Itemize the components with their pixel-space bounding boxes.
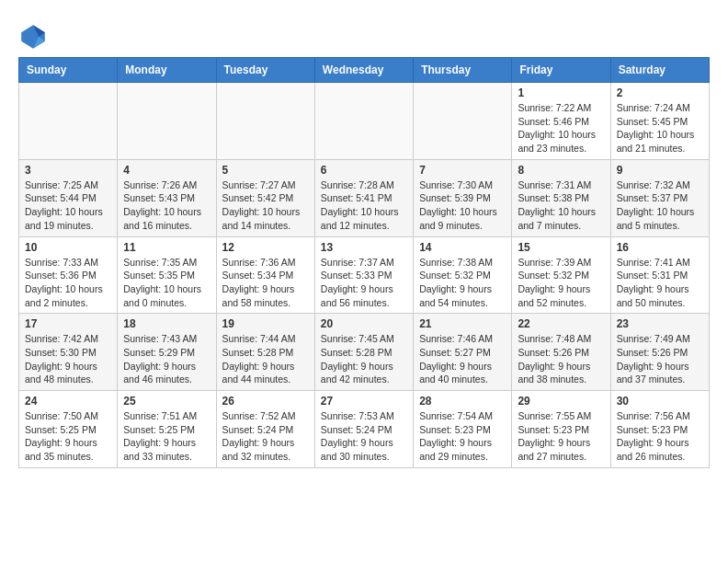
day-number: 5 <box>222 164 309 177</box>
calendar-week-row: 10Sunrise: 7:33 AM Sunset: 5:36 PM Dayli… <box>19 236 710 314</box>
day-number: 21 <box>419 317 506 330</box>
day-number: 25 <box>123 395 210 408</box>
day-number: 6 <box>321 164 407 177</box>
calendar-cell: 27Sunrise: 7:53 AM Sunset: 5:24 PM Dayli… <box>314 391 413 468</box>
calendar-cell: 30Sunrise: 7:56 AM Sunset: 5:23 PM Dayli… <box>610 391 709 468</box>
day-number: 10 <box>25 241 111 254</box>
calendar-cell: 14Sunrise: 7:38 AM Sunset: 5:32 PM Dayli… <box>414 236 512 314</box>
day-info: Sunrise: 7:27 AM Sunset: 5:42 PM Dayligh… <box>222 178 309 233</box>
day-info: Sunrise: 7:22 AM Sunset: 5:46 PM Dayligh… <box>518 101 604 155</box>
day-info: Sunrise: 7:44 AM Sunset: 5:28 PM Dayligh… <box>222 332 309 386</box>
calendar-week-row: 1Sunrise: 7:22 AM Sunset: 5:46 PM Daylig… <box>19 83 710 160</box>
calendar-cell: 7Sunrise: 7:30 AM Sunset: 5:39 PM Daylig… <box>414 159 512 236</box>
calendar-cell <box>118 83 216 160</box>
day-info: Sunrise: 7:26 AM Sunset: 5:43 PM Dayligh… <box>123 178 210 233</box>
calendar-cell: 26Sunrise: 7:52 AM Sunset: 5:24 PM Dayli… <box>216 391 314 468</box>
calendar-cell: 22Sunrise: 7:48 AM Sunset: 5:26 PM Dayli… <box>512 314 610 391</box>
logo <box>18 22 51 52</box>
day-number: 13 <box>321 241 407 254</box>
calendar-cell: 4Sunrise: 7:26 AM Sunset: 5:43 PM Daylig… <box>118 159 216 236</box>
day-info: Sunrise: 7:33 AM Sunset: 5:36 PM Dayligh… <box>25 256 111 310</box>
day-of-week-header: Tuesday <box>216 58 314 83</box>
day-number: 30 <box>617 395 703 408</box>
day-info: Sunrise: 7:48 AM Sunset: 5:26 PM Dayligh… <box>518 332 604 386</box>
day-number: 4 <box>123 164 210 177</box>
day-of-week-header: Wednesday <box>314 58 413 83</box>
day-info: Sunrise: 7:37 AM Sunset: 5:33 PM Dayligh… <box>321 256 407 310</box>
day-of-week-header: Monday <box>118 58 216 83</box>
calendar-cell: 18Sunrise: 7:43 AM Sunset: 5:29 PM Dayli… <box>118 314 216 391</box>
day-number: 16 <box>617 241 703 254</box>
day-info: Sunrise: 7:46 AM Sunset: 5:27 PM Dayligh… <box>419 332 506 386</box>
day-number: 18 <box>123 317 210 330</box>
calendar-cell: 9Sunrise: 7:32 AM Sunset: 5:37 PM Daylig… <box>610 159 709 236</box>
day-number: 17 <box>25 317 111 330</box>
calendar-week-row: 17Sunrise: 7:42 AM Sunset: 5:30 PM Dayli… <box>19 314 710 391</box>
calendar-cell: 3Sunrise: 7:25 AM Sunset: 5:44 PM Daylig… <box>19 159 118 236</box>
calendar-cell: 5Sunrise: 7:27 AM Sunset: 5:42 PM Daylig… <box>216 159 314 236</box>
day-info: Sunrise: 7:42 AM Sunset: 5:30 PM Dayligh… <box>25 332 111 386</box>
calendar-cell: 6Sunrise: 7:28 AM Sunset: 5:41 PM Daylig… <box>314 159 413 236</box>
day-number: 3 <box>25 164 111 177</box>
header <box>18 18 710 52</box>
calendar-cell: 25Sunrise: 7:51 AM Sunset: 5:25 PM Dayli… <box>118 391 216 468</box>
logo-icon <box>18 22 48 52</box>
day-number: 28 <box>419 395 506 408</box>
day-number: 19 <box>222 317 309 330</box>
day-info: Sunrise: 7:39 AM Sunset: 5:32 PM Dayligh… <box>518 256 604 310</box>
day-of-week-header: Friday <box>512 58 610 83</box>
day-number: 12 <box>222 241 309 254</box>
day-of-week-header: Saturday <box>610 58 709 83</box>
day-info: Sunrise: 7:36 AM Sunset: 5:34 PM Dayligh… <box>222 256 309 310</box>
day-info: Sunrise: 7:30 AM Sunset: 5:39 PM Dayligh… <box>419 178 506 233</box>
calendar-cell <box>216 83 314 160</box>
day-number: 11 <box>123 241 210 254</box>
calendar-cell: 29Sunrise: 7:55 AM Sunset: 5:23 PM Dayli… <box>512 391 610 468</box>
day-info: Sunrise: 7:45 AM Sunset: 5:28 PM Dayligh… <box>321 332 407 386</box>
day-info: Sunrise: 7:24 AM Sunset: 5:45 PM Dayligh… <box>617 101 703 155</box>
calendar-week-row: 3Sunrise: 7:25 AM Sunset: 5:44 PM Daylig… <box>19 159 710 236</box>
day-number: 14 <box>419 241 506 254</box>
day-info: Sunrise: 7:31 AM Sunset: 5:38 PM Dayligh… <box>518 178 604 233</box>
day-number: 23 <box>617 317 703 330</box>
day-number: 27 <box>321 395 407 408</box>
day-info: Sunrise: 7:55 AM Sunset: 5:23 PM Dayligh… <box>518 409 604 464</box>
calendar-header-row: SundayMondayTuesdayWednesdayThursdayFrid… <box>19 58 710 83</box>
calendar-cell <box>19 83 118 160</box>
calendar-cell: 16Sunrise: 7:41 AM Sunset: 5:31 PM Dayli… <box>610 236 709 314</box>
day-number: 1 <box>518 86 604 99</box>
day-number: 2 <box>617 86 703 99</box>
day-info: Sunrise: 7:28 AM Sunset: 5:41 PM Dayligh… <box>321 178 407 233</box>
day-number: 9 <box>617 164 703 177</box>
calendar-cell: 28Sunrise: 7:54 AM Sunset: 5:23 PM Dayli… <box>414 391 512 468</box>
calendar-cell <box>314 83 413 160</box>
calendar-cell: 15Sunrise: 7:39 AM Sunset: 5:32 PM Dayli… <box>512 236 610 314</box>
day-info: Sunrise: 7:25 AM Sunset: 5:44 PM Dayligh… <box>25 178 111 233</box>
day-number: 15 <box>518 241 604 254</box>
calendar-cell: 12Sunrise: 7:36 AM Sunset: 5:34 PM Dayli… <box>216 236 314 314</box>
day-number: 24 <box>25 395 111 408</box>
calendar-cell: 24Sunrise: 7:50 AM Sunset: 5:25 PM Dayli… <box>19 391 118 468</box>
day-info: Sunrise: 7:51 AM Sunset: 5:25 PM Dayligh… <box>123 409 210 464</box>
calendar-table: SundayMondayTuesdayWednesdayThursdayFrid… <box>18 57 710 468</box>
svg-marker-0 <box>21 25 45 49</box>
day-info: Sunrise: 7:56 AM Sunset: 5:23 PM Dayligh… <box>617 409 703 464</box>
day-info: Sunrise: 7:43 AM Sunset: 5:29 PM Dayligh… <box>123 332 210 386</box>
calendar-week-row: 24Sunrise: 7:50 AM Sunset: 5:25 PM Dayli… <box>19 391 710 468</box>
calendar-cell: 20Sunrise: 7:45 AM Sunset: 5:28 PM Dayli… <box>314 314 413 391</box>
day-info: Sunrise: 7:49 AM Sunset: 5:26 PM Dayligh… <box>617 332 703 386</box>
day-info: Sunrise: 7:35 AM Sunset: 5:35 PM Dayligh… <box>123 256 210 310</box>
day-info: Sunrise: 7:53 AM Sunset: 5:24 PM Dayligh… <box>321 409 407 464</box>
day-info: Sunrise: 7:38 AM Sunset: 5:32 PM Dayligh… <box>419 256 506 310</box>
day-info: Sunrise: 7:54 AM Sunset: 5:23 PM Dayligh… <box>419 409 506 464</box>
calendar-cell: 17Sunrise: 7:42 AM Sunset: 5:30 PM Dayli… <box>19 314 118 391</box>
day-number: 29 <box>518 395 604 408</box>
calendar-cell: 1Sunrise: 7:22 AM Sunset: 5:46 PM Daylig… <box>512 83 610 160</box>
day-of-week-header: Sunday <box>19 58 118 83</box>
calendar-cell: 10Sunrise: 7:33 AM Sunset: 5:36 PM Dayli… <box>19 236 118 314</box>
calendar-cell: 23Sunrise: 7:49 AM Sunset: 5:26 PM Dayli… <box>610 314 709 391</box>
calendar-cell <box>414 83 512 160</box>
calendar-cell: 13Sunrise: 7:37 AM Sunset: 5:33 PM Dayli… <box>314 236 413 314</box>
day-info: Sunrise: 7:52 AM Sunset: 5:24 PM Dayligh… <box>222 409 309 464</box>
day-info: Sunrise: 7:50 AM Sunset: 5:25 PM Dayligh… <box>25 409 111 464</box>
